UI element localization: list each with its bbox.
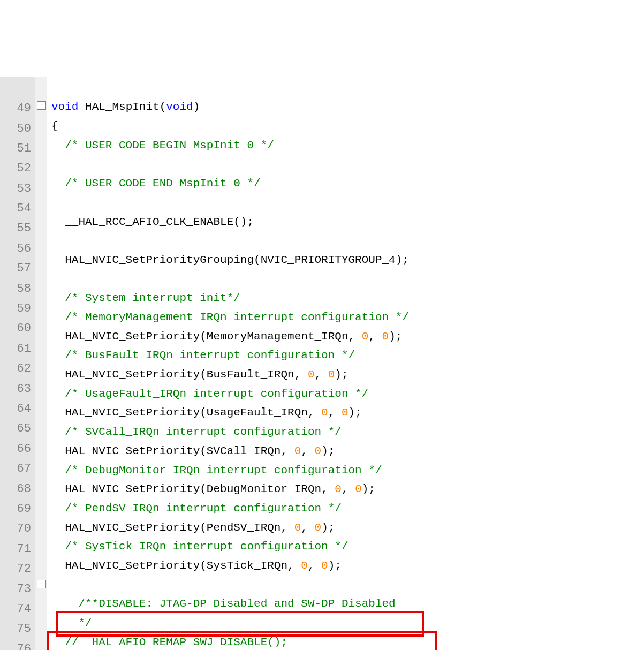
code-line: /* BusFault_IRQn interrupt configuration… — [51, 349, 355, 361]
line-number: 64 — [17, 402, 31, 415]
code-editor[interactable]: 49 50 51 52 53 54 55 56 57 58 59 60 61 6… — [0, 77, 644, 650]
line-number: 57 — [17, 262, 31, 275]
line-number: 50 — [17, 122, 31, 135]
line-number: 61 — [17, 342, 31, 356]
line-number: 59 — [17, 302, 31, 315]
line-number: 65 — [17, 422, 31, 435]
code-line: //__HAL_AFIO_REMAP_SWJ_DISABLE(); — [51, 636, 287, 648]
code-area[interactable]: void HAL_MspInit(void) { /* USER CODE BE… — [47, 77, 644, 650]
code-line: /* MemoryManagement_IRQn interrupt confi… — [51, 311, 409, 323]
line-number: 76 — [17, 643, 31, 650]
code-line — [51, 158, 58, 171]
line-number: 71 — [17, 542, 31, 556]
line-number: 66 — [17, 442, 31, 456]
line-number: 56 — [17, 242, 31, 255]
code-line: /* SVCall_IRQn interrupt configuration *… — [51, 426, 342, 438]
code-line: HAL_NVIC_SetPriority(DebugMonitor_IRQn, … — [51, 483, 375, 495]
code-line: void HAL_MspInit(void) — [51, 101, 200, 113]
code-line: HAL_NVIC_SetPriority(UsageFault_IRQn, 0,… — [51, 406, 362, 419]
code-line: /* UsageFault_IRQn interrupt configurati… — [51, 388, 368, 400]
code-line: HAL_NVIC_SetPriority(MemoryManagement_IR… — [51, 330, 402, 343]
code-line — [51, 235, 58, 247]
line-number: 60 — [17, 322, 31, 335]
code-line: HAL_NVIC_SetPriority(SysTick_IRQn, 0, 0)… — [51, 560, 342, 572]
line-number: 58 — [17, 282, 31, 296]
code-line: /* SysTick_IRQn interrupt configuration … — [51, 540, 348, 553]
fold-toggle-icon[interactable]: − — [37, 580, 46, 588]
code-line: /* System interrupt init*/ — [51, 292, 240, 304]
code-line: HAL_NVIC_SetPriorityGrouping(NVIC_PRIORI… — [51, 254, 409, 266]
line-number: 55 — [17, 222, 31, 235]
code-line: /* DebugMonitor_IRQn interrupt configura… — [51, 464, 382, 477]
line-number: 69 — [17, 502, 31, 516]
fold-toggle-icon[interactable]: − — [37, 101, 46, 110]
line-number: 62 — [17, 362, 31, 375]
line-number: 70 — [17, 522, 31, 535]
code-line: */ — [51, 617, 92, 629]
line-number-gutter: 49 50 51 52 53 54 55 56 57 58 59 60 61 6… — [0, 77, 35, 650]
line-number: 75 — [17, 622, 31, 636]
code-line: HAL_NVIC_SetPriority(PendSV_IRQn, 0, 0); — [51, 521, 335, 534]
fold-column: − − — [35, 77, 47, 650]
line-number: 67 — [17, 462, 31, 475]
line-number: 54 — [17, 202, 31, 215]
code-line — [51, 196, 58, 209]
code-line: /* PendSV_IRQn interrupt configuration *… — [51, 502, 342, 515]
code-line: /**DISABLE: JTAG-DP Disabled and SW-DP D… — [51, 598, 396, 610]
line-number: 68 — [17, 482, 31, 496]
line-number: 63 — [17, 382, 31, 396]
code-line: HAL_NVIC_SetPriority(BusFault_IRQn, 0, 0… — [51, 368, 348, 381]
code-line — [51, 579, 58, 591]
code-line: { — [51, 120, 58, 132]
code-line: HAL_NVIC_SetPriority(SVCall_IRQn, 0, 0); — [51, 445, 335, 457]
annotation-box — [56, 611, 424, 637]
line-number: 73 — [17, 583, 31, 596]
line-number: 49 — [17, 102, 31, 115]
line-number: 52 — [17, 162, 31, 175]
line-number: 51 — [17, 142, 31, 155]
code-line: /* USER CODE END MspInit 0 */ — [51, 177, 261, 190]
code-line: __HAL_RCC_AFIO_CLK_ENABLE(); — [51, 216, 254, 228]
line-number: 72 — [17, 562, 31, 576]
line-number: 74 — [17, 602, 31, 616]
code-line: /* USER CODE BEGIN MspInit 0 */ — [51, 139, 274, 152]
code-line — [51, 273, 58, 285]
line-number: 53 — [17, 182, 31, 195]
